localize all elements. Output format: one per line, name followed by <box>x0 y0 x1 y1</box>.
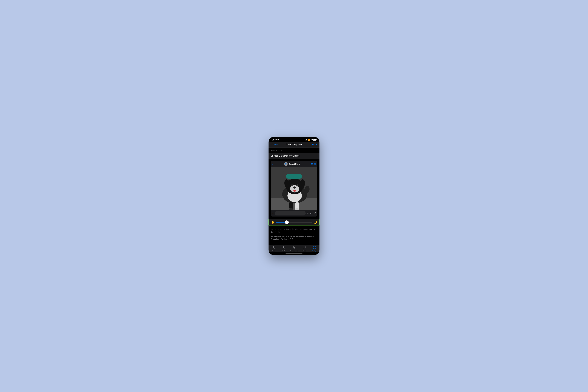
chat-preview: ‹ 👤 Contact Name ⊡ ✆ <box>270 161 318 216</box>
status-bar: 10:09 ⊡ 📶 94 <box>268 137 320 142</box>
message-input-preview <box>275 211 306 216</box>
tab-status[interactable]: Status <box>268 246 279 252</box>
sent-message-bubble <box>286 174 302 179</box>
sim-icon: ⊡ <box>278 139 279 141</box>
status-left: 10:09 ⊡ <box>272 139 279 141</box>
battery-icon: 94 <box>311 139 316 141</box>
reset-button[interactable]: Reset <box>308 143 318 146</box>
status-tab-label: Status <box>272 250 276 252</box>
back-chevron-icon: ‹ <box>270 143 272 146</box>
preview-contact-info: 👤 Contact Name <box>284 162 300 166</box>
chevron-right-icon: › <box>317 155 318 157</box>
spacer <box>268 242 320 245</box>
emoji-icon: ☺ <box>307 212 309 215</box>
svg-point-17 <box>293 246 294 247</box>
content-area: WALLPAPERS Choose Dark Mode Wallpaper › … <box>268 148 320 245</box>
svg-point-7 <box>291 184 293 186</box>
attachment-icon: + <box>272 212 274 215</box>
contact-name-label: Contact Name <box>288 163 300 165</box>
svg-point-15 <box>293 190 296 192</box>
calls-tab-icon <box>282 246 286 250</box>
svg-rect-12 <box>295 202 299 209</box>
input-action-icons: ☺ ⊙ 🎤 <box>307 212 316 215</box>
camera-sticker-icon: ⊙ <box>310 212 312 215</box>
tab-communities[interactable]: Communities <box>289 246 299 252</box>
communities-tab-label: Communities <box>290 250 298 252</box>
video-call-icon: ⊡ <box>311 163 313 165</box>
status-tab-icon <box>272 246 275 250</box>
preview-header: ‹ 👤 Contact Name ⊡ ✆ <box>270 161 318 167</box>
status-right: 📶 94 <box>305 139 316 141</box>
preview-back-icon: ‹ <box>272 163 273 166</box>
svg-point-19 <box>314 247 315 248</box>
communities-tab-icon <box>292 246 296 250</box>
moon-icon: 🌙 <box>314 221 317 224</box>
mic-icon: 🎤 <box>313 212 316 215</box>
wallpapers-section-label: WALLPAPERS <box>268 148 320 153</box>
light-mode-info-text: To change your wallpaper for light appea… <box>268 226 320 235</box>
time-display: 10:09 <box>272 139 276 141</box>
phone-frame: 10:09 ⊡ 📶 94 ‹ Chats Chat Wa <box>268 137 320 255</box>
calls-tab-label: Calls <box>282 250 285 252</box>
received-message-bubble <box>273 170 284 174</box>
preview-input-bar: + ☺ ⊙ 🎤 <box>270 210 318 216</box>
page-title: Chat Wallpaper <box>280 143 308 146</box>
dark-light-slider-section[interactable]: ☀️ 🌙 <box>268 218 320 226</box>
home-indicator <box>268 252 320 255</box>
wifi-icon: 📶 <box>308 139 310 141</box>
settings-tab-label: Settings <box>312 250 317 252</box>
back-button[interactable]: ‹ Chats <box>270 143 280 146</box>
slider-thumb[interactable] <box>285 220 289 224</box>
chats-tab-label: Chats <box>302 250 306 252</box>
chats-tab-icon <box>302 246 306 250</box>
back-label: Chats <box>272 143 278 146</box>
tab-calls[interactable]: Calls <box>279 246 289 252</box>
dark-mode-wallpaper-label: Choose Dark Mode Wallpaper <box>270 154 300 157</box>
nav-bar: ‹ Chats Chat Wallpaper Reset <box>268 142 320 148</box>
custom-wallpaper-info-text: Set a custom wallpaper for each chat fro… <box>268 235 320 242</box>
tab-bar: Status Calls Communities <box>268 245 320 252</box>
svg-point-6 <box>293 186 296 188</box>
contact-avatar: 👤 <box>284 162 288 166</box>
battery-level-text: 94 <box>311 139 313 141</box>
preview-action-icons: ⊡ ✆ <box>311 163 316 165</box>
wallpaper-preview-image <box>270 167 318 210</box>
svg-point-16 <box>273 246 274 248</box>
home-bar <box>286 253 302 254</box>
settings-tab-icon <box>313 246 316 250</box>
svg-point-18 <box>294 247 295 248</box>
phone-call-icon: ✆ <box>314 163 316 165</box>
signal-icon <box>305 139 307 140</box>
dark-mode-wallpaper-row[interactable]: Choose Dark Mode Wallpaper › <box>268 153 320 159</box>
svg-point-8 <box>296 184 298 186</box>
sun-icon: ☀️ <box>271 220 274 224</box>
appearance-slider-track[interactable] <box>276 222 312 222</box>
svg-rect-11 <box>290 202 293 209</box>
tab-chats[interactable]: Chats <box>299 246 309 252</box>
tab-settings[interactable]: Settings <box>309 246 320 252</box>
